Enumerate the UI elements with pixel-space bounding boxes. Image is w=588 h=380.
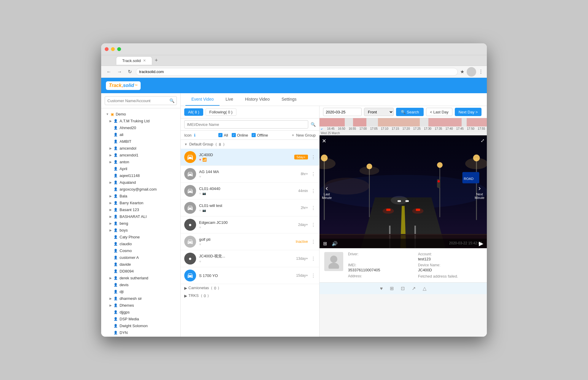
sidebar-item-dwight[interactable]: 👤 Dwight Solomon: [101, 322, 180, 329]
sidebar-item-dharmesh[interactable]: ▶ 👤 dharmesh sir: [101, 295, 180, 302]
device-more-cl01willtest[interactable]: ⋮: [311, 205, 316, 211]
sidebar-item-bala[interactable]: ▶ 👤 Bala: [101, 193, 180, 200]
menu-icon[interactable]: ⋮: [479, 69, 483, 75]
video-prev-button[interactable]: ‹ Last Minute: [322, 184, 332, 200]
device-search-icon[interactable]: 🔍: [311, 122, 316, 127]
sidebar-item-ahmed20[interactable]: 👤 Ahmed20: [101, 124, 180, 131]
sidebar-item-amcendol[interactable]: ▶ 👤 amcendol: [101, 145, 180, 152]
sidebar-item-davide[interactable]: 👤 davide: [101, 261, 180, 268]
new-tab-button[interactable]: +: [155, 57, 158, 64]
device-more-jc400d2[interactable]: ⋮: [311, 256, 316, 262]
tab-live[interactable]: Live: [220, 93, 239, 106]
close-button[interactable]: [105, 47, 109, 51]
sidebar-item-claudio[interactable]: 👤 claudio: [101, 240, 180, 247]
device-more-ag144ma[interactable]: ⋮: [311, 171, 316, 177]
grid-icon[interactable]: ⊞: [390, 286, 394, 291]
copy-icon[interactable]: ⊡: [401, 286, 405, 291]
sidebar-item-anton[interactable]: ▶ 👤 anton: [101, 159, 180, 165]
sidebar-item-djjgps[interactable]: 👤 djjgps: [101, 309, 180, 316]
sidebar-item-atm[interactable]: ▶ 👤 A.T.M Truking Ltd: [101, 118, 180, 124]
screenshot-icon[interactable]: ⊞: [323, 241, 327, 246]
sidebar-item-basharat[interactable]: ▶ 👤 BASHARAT ALI: [101, 213, 180, 220]
video-next-button[interactable]: › Next Minute: [475, 184, 484, 200]
sidebar-item-beng[interactable]: ▶ 👤 beng: [101, 220, 180, 227]
address-bar[interactable]: [136, 68, 458, 76]
last-day-button[interactable]: < Last Day: [426, 108, 452, 116]
device-item-s1700yo[interactable]: S 1700 YO 15day+ ⋮: [181, 267, 319, 284]
sidebar-item-dd8094[interactable]: 👤 DD8094: [101, 268, 180, 275]
all-status-check[interactable]: ✓ All: [218, 133, 228, 137]
date-input[interactable]: [323, 108, 362, 116]
video-expand-button[interactable]: ⤢: [481, 138, 484, 143]
sidebar-item-demo[interactable]: ▼ ▣ Demo: [101, 111, 180, 118]
tab-settings[interactable]: Settings: [276, 93, 303, 106]
all-checkbox[interactable]: ✓: [218, 133, 223, 137]
customer-search-input[interactable]: [105, 96, 177, 105]
video-close-button[interactable]: ✕: [322, 138, 326, 144]
sidebar-item-dyn[interactable]: 👤 DYN: [101, 329, 180, 336]
device-item-golfpti[interactable]: golf pti ♥ Inactive ⋮: [181, 233, 319, 250]
next-day-button[interactable]: Next Day >: [455, 108, 482, 116]
device-item-cl01willtest[interactable]: CL01-will test ♥ 📷 2hr+ ⋮: [181, 200, 319, 216]
online-status-check[interactable]: ✓ Online: [232, 133, 248, 137]
device-more-edgecam[interactable]: ⋮: [311, 222, 316, 228]
sidebar-item-aqeel[interactable]: 👤 aqeel11148: [101, 172, 180, 179]
sidebar-item-april[interactable]: 👤 April: [101, 165, 180, 172]
icon-info-icon[interactable]: ℹ: [194, 133, 196, 137]
sidebar-item-aqualand[interactable]: ▶ 👤 Aqualand: [101, 179, 180, 186]
device-item-jc400d2[interactable]: ● JC400D-视觉... ♥ 13day+ ⋮: [181, 250, 319, 267]
favorite-icon[interactable]: ♥: [380, 286, 383, 291]
following-filter-button[interactable]: Following( 0 ): [206, 108, 236, 116]
device-more-golfpti[interactable]: ⋮: [311, 239, 316, 245]
sidebar-item-cosmo[interactable]: 👤 Cosmo: [101, 247, 180, 254]
volume-icon[interactable]: 🔊: [332, 241, 338, 246]
device-more-jc400d[interactable]: ⋮: [311, 154, 316, 160]
sidebar-item-devis[interactable]: 👤 devis: [101, 281, 180, 288]
device-item-jc400d[interactable]: JC400D ♥ 📶 5day+ ⋮: [181, 149, 319, 166]
camera-select[interactable]: Front Rear: [364, 108, 394, 116]
sidebar-item-amcendol1[interactable]: ▶ 👤 amcendol1: [101, 152, 180, 159]
timeline-track-container[interactable]: [320, 118, 487, 126]
offline-status-check[interactable]: ✓ Offline: [252, 133, 268, 137]
svg-text:ROAD: ROAD: [464, 177, 473, 180]
sidebar-item-djt[interactable]: 👤 djt: [101, 288, 180, 295]
sidebar-item-basant[interactable]: ▶ 👤 Basant 123: [101, 206, 180, 213]
browser-tab[interactable]: Track.solid ✕: [116, 56, 152, 65]
route-icon[interactable]: ↗: [412, 286, 416, 291]
sidebar-item-derek[interactable]: ▶ 👤 derek sutherland: [101, 275, 180, 281]
sidebar-item-boys[interactable]: ▶ 👤 boys: [101, 227, 180, 234]
sidebar-item-dspmedia[interactable]: 👤 DSP Media: [101, 316, 180, 322]
alert-icon[interactable]: △: [423, 286, 426, 291]
search-button[interactable]: 🔍 Search: [396, 108, 424, 116]
all-filter-button[interactable]: All( 8 ): [184, 108, 203, 116]
device-search-input[interactable]: [184, 120, 308, 129]
minimize-button[interactable]: [111, 47, 115, 51]
new-group-button[interactable]: ＋ New Group: [291, 132, 316, 138]
tab-close-icon[interactable]: ✕: [143, 58, 146, 63]
bookmark-icon[interactable]: ★: [460, 69, 464, 75]
offline-checkbox[interactable]: ✓: [252, 133, 256, 137]
refresh-button[interactable]: ↻: [126, 68, 134, 75]
maximize-button[interactable]: [117, 47, 121, 51]
sidebar-item-caty[interactable]: 👤 Caty Phone: [101, 234, 180, 240]
default-group-header[interactable]: ▼ Default Group（ 8 ）: [181, 140, 319, 149]
sidebar-item-argoxcoy[interactable]: 👤 argoxcoy@gmail.com: [101, 186, 180, 193]
play-button[interactable]: ▶: [479, 240, 483, 247]
camionetas-group-header[interactable]: ▶ Camionetas（ 0 ）: [181, 284, 319, 292]
tab-event-video[interactable]: Event Video: [185, 93, 220, 106]
trks-group-header[interactable]: ▶ TRKS（ 0 ）: [181, 292, 319, 300]
sidebar-item-customera[interactable]: 👤 customer A: [101, 254, 180, 261]
device-item-ag144ma[interactable]: AG 144 MA ♥ 8hr+ ⋮: [181, 166, 319, 183]
back-button[interactable]: ←: [105, 69, 113, 75]
device-more-cl0140440[interactable]: ⋮: [311, 188, 316, 194]
device-more-s1700yo[interactable]: ⋮: [311, 273, 316, 278]
sidebar-item-ambit[interactable]: 👤 AMBIT: [101, 138, 180, 145]
device-item-cl0140440[interactable]: CL01-40440 ♥ 📷 44min ⋮: [181, 183, 319, 200]
sidebar-item-ali[interactable]: 👤 ali: [101, 131, 180, 138]
tab-history-video[interactable]: History Video: [239, 93, 276, 106]
sidebar-item-barry[interactable]: ▶ 👤 Barry Kearton: [101, 200, 180, 206]
device-item-edgecam[interactable]: ● Edgecam JC100 ♥ 2day+ ⋮: [181, 216, 319, 233]
online-checkbox[interactable]: ✓: [232, 133, 236, 137]
sidebar-item-dhemes[interactable]: ▶ 👤 Dhemes: [101, 302, 180, 309]
forward-button[interactable]: →: [115, 69, 124, 75]
